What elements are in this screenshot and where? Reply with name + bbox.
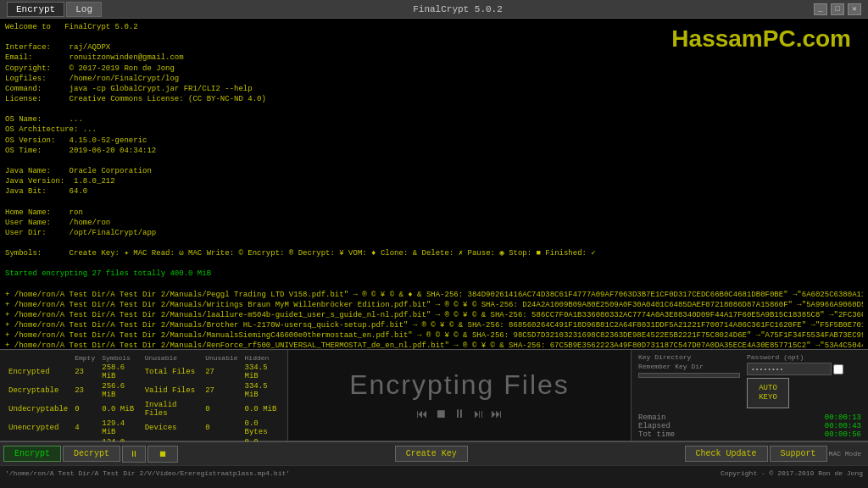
terminal-output: Welcome to FinalCrypt 5.0.2 Interface: r… [0,19,868,349]
term-line [5,104,863,114]
row-hidden: 334.5 MiB [242,363,282,381]
col-header-hidden: Hidden [242,353,282,363]
tot-value: 00:00:56 [825,430,861,439]
decrypt-button[interactable]: Decrypt [63,446,120,462]
status-right: Copyright - © 2017-2019 Ron de Jong [721,469,863,477]
stop-button[interactable]: ⏹ [147,446,178,463]
term-line: Started encrypting 27 files totally 400.… [5,269,863,279]
row-label: Unencrypted [5,419,71,437]
table-row: Undecryptable 0 0.0 MiB Invalid Files 0 … [5,400,282,419]
password-label: Password (opt) [747,353,843,361]
row-col4: 0 [202,400,241,419]
row-hidden: 0.0 Bytes [242,419,282,437]
term-line [5,238,863,248]
close-button[interactable]: ✕ [848,3,861,15]
table-row: Unencrypted 4 129.4 MiB Devices 0 0.0 By… [5,419,282,437]
row-col4: 0 [202,419,241,437]
term-line: + /home/ron/A Test Dir/A Test Dir 2/Manu… [5,330,863,341]
timers-section: Remain 00:00:13 Elapsed 00:00:43 Tot tim… [638,413,861,439]
term-line: Java Bit: 64.0 [5,186,863,197]
term-line: Welcome to FinalCrypt 5.0.2 [5,22,863,32]
media-pause-button[interactable]: ⏸ [453,408,465,421]
term-line [5,32,863,42]
row-symbols: 256.6 MiB [98,381,141,400]
tab-log[interactable]: Log [66,2,102,17]
media-play-button[interactable]: ⏯ [472,408,484,421]
window-title: FinalCrypt 5.0.2 [413,4,503,14]
row-symbols: 258.6 MiB [98,363,141,381]
encrypt-button[interactable]: Encrypt [3,446,61,462]
col-header [5,353,71,363]
check-update-button[interactable]: Check Update [685,446,768,462]
table-row: Decryptable 23 256.6 MiB Valid Files 27 … [5,381,282,400]
row-col3: Total Files [142,363,203,381]
term-line: Email: ronuitzonwinden@gmail.com [5,53,863,63]
term-line: Command: java -cp GlobalCrypt.jar FR1/CL… [5,84,863,94]
password-input[interactable]: •••••••• [747,363,832,375]
row-label: Undecryptable [5,400,71,419]
stats-row: Empty Symbols Unusable Unusable Hidden E… [0,350,868,441]
elapsed-value: 00:00:43 [825,422,861,430]
term-line: OS Name: ... [5,114,863,125]
maximize-button[interactable]: □ [831,3,844,15]
term-line: Symbols: Create Key: ✦ MAC Read: ω MAC W… [5,248,863,258]
minimize-button[interactable]: _ [814,3,827,15]
titlebar-tabs: Encrypt Log [7,2,102,17]
key-directory-input[interactable] [638,373,740,378]
term-line: + /home/ron/A Test Dir/A Test Dir 2/Manu… [5,310,863,320]
term-line [5,280,863,290]
window-controls: _ □ ✕ [814,3,861,15]
create-key-button[interactable]: Create Key [395,446,468,462]
encrypting-files-text: Encrypting Files [349,369,570,401]
row-symbols: 0.0 MiB [98,400,141,419]
media-forward-button[interactable]: ⏭ [491,408,503,421]
row-symbols: 129.4 MiB [98,419,141,437]
remember-key-label: Remember Key Dir [638,363,740,370]
remain-timer-row: Remain 00:00:13 [638,413,861,422]
term-line: Java Name: Oracle Corporation [5,166,863,176]
row-col3: Devices [142,419,203,437]
term-line [5,197,863,207]
media-stop-button[interactable]: ⏹ [435,408,447,421]
col-header-symbols: Symbols [98,353,141,363]
term-line: User Dir: /opt/FinalCrypt/app [5,228,863,238]
row-col3: Invalid Files [142,400,203,419]
password-checkbox[interactable] [833,364,843,374]
tab-encrypt[interactable]: Encrypt [7,2,64,17]
row-empty: 0 [71,400,98,419]
tot-timer-row: Tot time 00:00:56 [638,430,861,439]
col-header-unusable2: Unusable [202,353,241,363]
titlebar: Encrypt Log FinalCrypt 5.0.2 _ □ ✕ [0,0,868,19]
auto-keyo-button[interactable]: AUTOKEYO [747,378,789,408]
term-line: + /home/ron/A Test Dir/A Test Dir 2/Manu… [5,300,863,310]
term-line: Home Name: ron [5,208,863,218]
row-col4: 27 [202,363,241,381]
remain-label: Remain [638,413,681,422]
elapsed-timer-row: Elapsed 00:00:43 [638,422,861,430]
term-line: OS Architecture: ... [5,125,863,135]
support-button[interactable]: Support [770,446,827,462]
status-bar: '/home/ron/A Test Dir/A Test Dir 2/V/Vid… [0,465,868,480]
key-timer-panel: Key Directory Remember Key Dir Password … [631,350,868,441]
encrypting-display: Encrypting Files ⏮ ⏹ ⏸ ⏯ ⏭ [288,350,631,441]
password-section: Password (opt) •••••••• AUTOKEYO [747,353,843,408]
media-rewind-button[interactable]: ⏮ [416,408,428,421]
row-hidden: 0.0 MiB [242,400,282,419]
term-line: Java Version: 1.8.0_212 [5,176,863,186]
term-line: + /home/ron/A Test Dir/A Test Dir 2/Manu… [5,320,863,330]
row-hidden: 334.5 MiB [242,381,282,400]
col-header-unusable: Unusable [142,353,203,363]
term-line: Copyright: © 2017-2019 Ron de Jong [5,64,863,74]
term-line: Logfiles: /home/ron/FinalCrypt/log [5,74,863,84]
table-row: Encrypted 23 258.6 MiB Total Files 27 33… [5,363,282,381]
status-left: '/home/ron/A Test Dir/A Test Dir 2/V/Vid… [5,469,290,477]
term-line: User Name: /home/ron [5,218,863,228]
term-line [5,156,863,166]
term-line: + /home/ron/A Test Dir/A Test Dir 2/Manu… [5,290,863,300]
row-col4: 27 [202,381,241,400]
pause-button[interactable]: ⏸ [122,446,146,463]
key-directory-label: Key Directory [638,353,740,361]
remain-value: 00:00:13 [825,413,861,422]
row-empty: 23 [71,381,98,400]
row-col3: Valid Files [142,381,203,400]
